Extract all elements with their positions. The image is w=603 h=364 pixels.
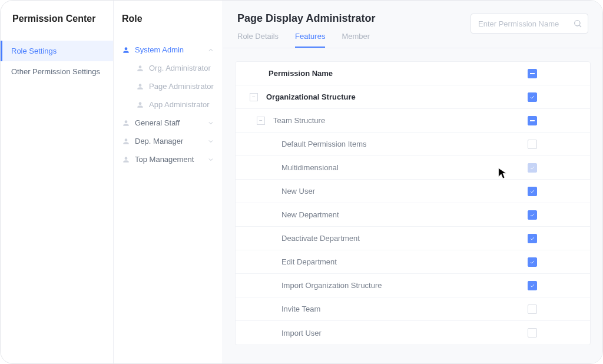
tab-features[interactable]: Features xyxy=(295,32,325,48)
table-row: Default Permission Items xyxy=(236,133,590,156)
permission-label: Import Organization Structure xyxy=(281,281,382,290)
person-icon xyxy=(122,46,130,54)
nav-item-label: Other Permission Settings xyxy=(11,67,100,76)
table-header-row: Permission Name xyxy=(236,62,590,85)
app-window: Permission Center Role Settings Other Pe… xyxy=(0,0,603,364)
permission-center-title: Permission Center xyxy=(1,14,113,41)
nav-item-label: Role Settings xyxy=(11,47,57,55)
checkbox[interactable] xyxy=(528,116,537,125)
person-icon xyxy=(136,64,144,72)
person-icon xyxy=(122,155,130,164)
role-item-label: Org. Administrator xyxy=(149,64,211,72)
main-header-left: Page Display Administrator Role Details … xyxy=(237,12,471,48)
table-row: Organizational Structure xyxy=(236,85,590,109)
permission-table-wrap: Permission Name Organizational Structure… xyxy=(223,48,602,345)
sidebar-role: Role System Admin Org. Administrator Pag… xyxy=(114,1,223,363)
role-app-administrator[interactable]: App Administrator xyxy=(114,95,223,114)
permission-label: Organizational Structure xyxy=(266,92,356,101)
search-wrap xyxy=(471,14,588,34)
permission-label: Edit Department xyxy=(281,257,337,266)
person-icon xyxy=(136,82,144,91)
role-item-label: Page Administrator xyxy=(149,82,214,91)
checkbox[interactable] xyxy=(528,163,537,173)
search-input[interactable] xyxy=(471,14,588,34)
role-org-administrator[interactable]: Org. Administrator xyxy=(114,59,223,77)
checkbox-header[interactable] xyxy=(528,69,537,78)
person-icon xyxy=(122,137,130,145)
sidebar-permission-center: Permission Center Role Settings Other Pe… xyxy=(1,1,114,363)
role-item-label: Dep. Manager xyxy=(135,137,183,145)
tab-member[interactable]: Member xyxy=(342,32,370,48)
role-item-label: Top Management xyxy=(135,155,194,164)
search-icon[interactable] xyxy=(573,19,582,28)
checkbox[interactable] xyxy=(528,140,537,149)
role-system-admin[interactable]: System Admin xyxy=(114,41,223,59)
table-row: Edit Department xyxy=(236,250,590,274)
table-row: Multidimensional xyxy=(236,156,590,180)
permission-label: Team Structure xyxy=(273,116,325,125)
tabs: Role Details Features Member xyxy=(237,32,471,48)
role-page-administrator[interactable]: Page Administrator xyxy=(114,77,223,95)
role-item-label: System Admin xyxy=(135,45,184,54)
permission-label: New User xyxy=(281,187,315,196)
chevron-down-icon xyxy=(207,156,214,163)
role-top-management[interactable]: Top Management xyxy=(114,150,223,168)
role-item-label: General Staff xyxy=(135,118,180,127)
role-general-staff[interactable]: General Staff xyxy=(114,114,223,132)
checkbox[interactable] xyxy=(528,305,537,314)
svg-line-1 xyxy=(579,25,581,27)
column-header-permission-name: Permission Name xyxy=(269,69,333,78)
table-row: Import User xyxy=(236,321,590,345)
checkbox[interactable] xyxy=(528,234,537,243)
role-dep-manager[interactable]: Dep. Manager xyxy=(114,132,223,150)
nav-other-permission-settings[interactable]: Other Permission Settings xyxy=(1,61,113,82)
table-row: Invite Team xyxy=(236,297,590,321)
collapse-icon[interactable] xyxy=(250,93,258,101)
main-content: Page Display Administrator Role Details … xyxy=(223,1,602,363)
table-row: New Department xyxy=(236,203,590,227)
tab-role-details[interactable]: Role Details xyxy=(237,32,279,48)
person-icon xyxy=(136,101,144,109)
checkbox[interactable] xyxy=(528,187,537,196)
svg-point-0 xyxy=(575,21,580,26)
table-row: New User xyxy=(236,180,590,203)
checkbox[interactable] xyxy=(528,257,537,267)
chevron-up-icon xyxy=(207,47,214,54)
checkbox[interactable] xyxy=(528,281,537,290)
page-title: Page Display Administrator xyxy=(237,12,471,25)
person-icon xyxy=(122,119,130,127)
role-item-label: App Administrator xyxy=(149,100,210,109)
main-header: Page Display Administrator Role Details … xyxy=(223,1,602,48)
chevron-down-icon xyxy=(207,138,214,145)
checkbox[interactable] xyxy=(528,328,537,337)
collapse-icon[interactable] xyxy=(257,117,265,125)
permission-label: New Department xyxy=(281,210,339,219)
checkbox[interactable] xyxy=(528,210,537,220)
table-row: Team Structure xyxy=(236,109,590,133)
permission-label: Multidimensional xyxy=(281,163,339,172)
table-row: Deactivate Department xyxy=(236,227,590,250)
permission-label: Deactivate Department xyxy=(281,234,360,243)
table-row: Import Organization Structure xyxy=(236,274,590,297)
chevron-down-icon xyxy=(207,120,214,127)
role-title: Role xyxy=(114,14,223,41)
permission-label: Invite Team xyxy=(281,305,320,313)
checkbox[interactable] xyxy=(528,92,537,102)
permission-table: Permission Name Organizational Structure… xyxy=(235,61,591,345)
permission-label: Default Permission Items xyxy=(281,140,367,148)
permission-label: Import User xyxy=(281,329,322,337)
nav-role-settings[interactable]: Role Settings xyxy=(1,41,113,61)
